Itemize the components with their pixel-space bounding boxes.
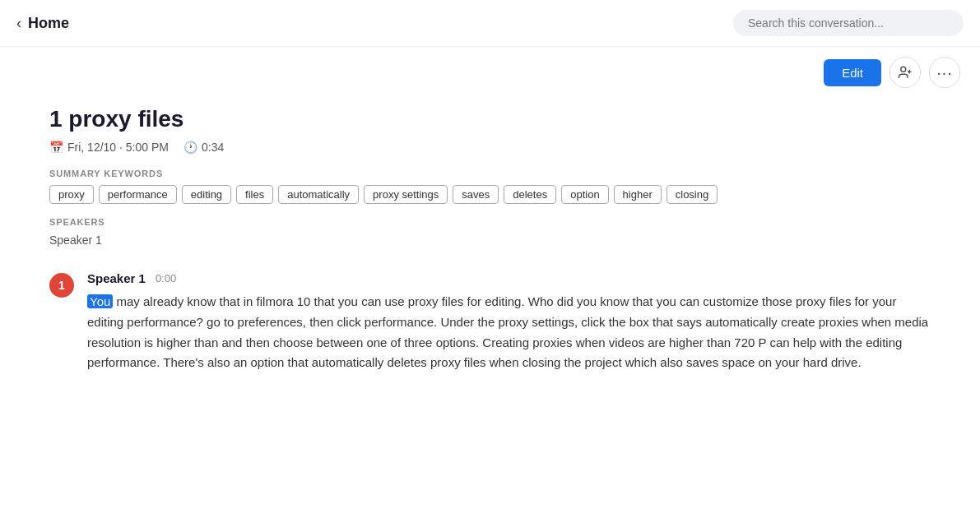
conversation-date: Fri, 12/10 · 5:00 PM: [67, 141, 169, 154]
speakers-label: SPEAKERS: [49, 217, 931, 227]
speaker-line: Speaker 1 0:00: [87, 271, 931, 285]
search-input[interactable]: [733, 10, 964, 36]
highlight-word: You: [87, 294, 113, 308]
back-button[interactable]: ‹: [16, 15, 21, 32]
keyword-tag: closing: [666, 185, 718, 204]
keyword-tag: saves: [453, 185, 499, 204]
keyword-tag: editing: [182, 185, 231, 204]
keywords-row: proxyperformanceeditingfilesautomaticall…: [49, 185, 931, 204]
speaker-badge: 1: [49, 273, 74, 298]
keyword-tag: performance: [99, 185, 177, 204]
more-icon: ···: [936, 63, 953, 82]
transcript-body: Speaker 1 0:00 You may already know that…: [87, 271, 931, 373]
svg-point-0: [901, 67, 906, 72]
keyword-tag: files: [236, 185, 273, 204]
keyword-tag: automatically: [278, 185, 359, 204]
keyword-tag: higher: [614, 185, 662, 204]
keyword-tag: proxy: [49, 185, 94, 204]
keyword-tag: deletes: [504, 185, 556, 204]
add-person-icon: [898, 65, 913, 80]
summary-keywords-label: SUMMARY KEYWORDS: [49, 169, 931, 178]
speakers-section: SPEAKERS Speaker 1: [49, 217, 931, 247]
keyword-tag: option: [561, 185, 608, 204]
home-title: Home: [28, 15, 69, 32]
clock-icon: 🕐: [183, 141, 197, 154]
top-nav: ‹ Home: [0, 0, 980, 47]
conversation-title: 1 proxy files: [49, 106, 931, 132]
action-bar: Edit ···: [0, 47, 980, 98]
meta-row: 📅 Fri, 12/10 · 5:00 PM 🕐 0:34: [49, 141, 931, 154]
date-meta: 📅 Fri, 12/10 · 5:00 PM: [49, 141, 169, 154]
transcript-body-text: may already know that in filmora 10 that…: [87, 294, 928, 369]
conversation-duration: 0:34: [202, 141, 224, 154]
edit-button[interactable]: Edit: [824, 59, 881, 86]
calendar-icon: 📅: [49, 141, 63, 154]
transcript-entry: 1 Speaker 1 0:00 You may already know th…: [49, 271, 931, 373]
content-area: 1 proxy files 📅 Fri, 12/10 · 5:00 PM 🕐 0…: [0, 98, 980, 398]
speaker-1-name: Speaker 1: [49, 234, 931, 247]
more-options-button[interactable]: ···: [929, 57, 960, 88]
add-person-button[interactable]: [889, 57, 921, 88]
transcript-timestamp: 0:00: [156, 272, 176, 284]
transcript-speaker-name: Speaker 1: [87, 271, 146, 285]
transcript-text: You may already know that in filmora 10 …: [87, 292, 931, 373]
keyword-tag: proxy settings: [364, 185, 448, 204]
nav-left: ‹ Home: [16, 15, 69, 32]
duration-meta: 🕐 0:34: [183, 141, 224, 154]
